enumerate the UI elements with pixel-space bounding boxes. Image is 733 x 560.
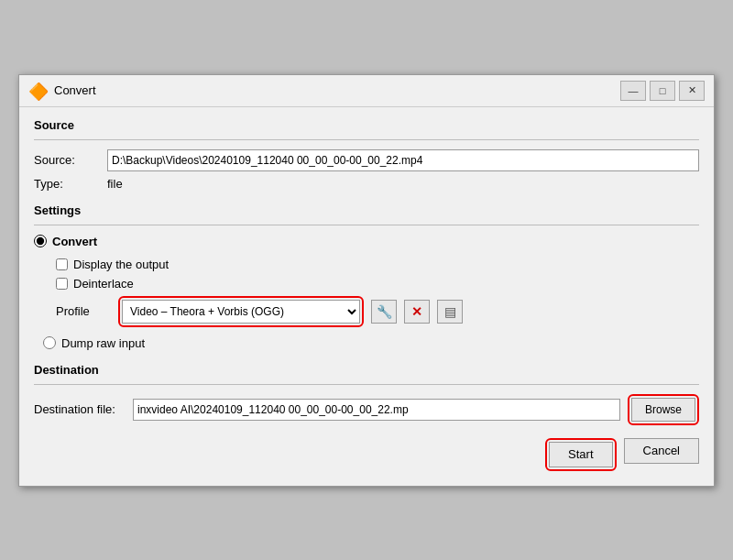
dump-raw-radio[interactable] bbox=[43, 336, 56, 349]
display-output-row: Display the output bbox=[56, 258, 699, 271]
close-button[interactable]: ✕ bbox=[679, 81, 705, 101]
dest-file-label: Destination file: bbox=[34, 402, 126, 416]
destination-file-row: Destination file: Browse bbox=[34, 394, 699, 425]
type-label: Type: bbox=[34, 177, 107, 191]
profile-select[interactable]: Video – Theora + Vorbis (OGG) Video – H.… bbox=[122, 300, 360, 324]
action-buttons-row: Start Cancel bbox=[34, 438, 699, 471]
browse-btn-wrapper: Browse bbox=[628, 394, 699, 425]
profile-select-wrapper: Video – Theora + Vorbis (OGG) Video – H.… bbox=[118, 296, 364, 327]
window-content: Source Source: Type: file Settings Conve… bbox=[19, 107, 714, 486]
source-row: Source: bbox=[34, 149, 699, 171]
deinterlace-label: Deinterlace bbox=[73, 277, 134, 291]
source-label: Source: bbox=[34, 153, 107, 167]
convert-radio-row: Convert bbox=[34, 235, 699, 248]
convert-radio[interactable] bbox=[34, 235, 47, 247]
profile-label: Profile bbox=[56, 304, 111, 318]
cancel-button[interactable]: Cancel bbox=[624, 438, 699, 464]
maximize-button[interactable]: □ bbox=[650, 81, 675, 101]
title-bar: 🔶 Convert — □ ✕ bbox=[19, 75, 714, 107]
dest-file-input[interactable] bbox=[133, 399, 620, 421]
display-output-checkbox[interactable] bbox=[56, 258, 68, 270]
deinterlace-row: Deinterlace bbox=[56, 277, 699, 291]
profile-row: Profile Video – Theora + Vorbis (OGG) Vi… bbox=[56, 296, 699, 327]
start-btn-wrapper: Start bbox=[545, 438, 616, 471]
title-bar-controls: — □ ✕ bbox=[620, 81, 705, 101]
dump-raw-label: Dump raw input bbox=[61, 336, 145, 350]
source-section-title: Source bbox=[34, 118, 699, 132]
convert-radio-label: Convert bbox=[52, 235, 97, 248]
profile-settings-button[interactable]: 🔧 bbox=[371, 300, 397, 324]
settings-section: Settings Convert Display the output Dein… bbox=[34, 203, 699, 350]
profile-new-button[interactable]: ▤ bbox=[437, 300, 463, 324]
display-output-label: Display the output bbox=[73, 258, 169, 271]
vlc-icon: 🔶 bbox=[28, 82, 47, 100]
browse-button[interactable]: Browse bbox=[631, 398, 695, 422]
type-row: Type: file bbox=[34, 177, 699, 191]
destination-section: Destination Destination file: Browse bbox=[34, 363, 699, 425]
convert-window: 🔶 Convert — □ ✕ Source Source: Type: fil… bbox=[18, 74, 715, 487]
source-divider bbox=[34, 139, 699, 140]
source-section: Source Source: Type: file bbox=[34, 118, 699, 191]
destination-divider bbox=[34, 384, 699, 385]
dump-raw-row: Dump raw input bbox=[43, 336, 699, 350]
profile-delete-button[interactable]: ✕ bbox=[404, 300, 430, 324]
settings-divider bbox=[34, 225, 699, 225]
source-input[interactable] bbox=[107, 149, 699, 171]
settings-section-title: Settings bbox=[34, 203, 699, 217]
minimize-button[interactable]: — bbox=[620, 81, 646, 101]
start-button[interactable]: Start bbox=[549, 442, 612, 467]
type-value: file bbox=[107, 177, 123, 191]
destination-section-title: Destination bbox=[34, 363, 699, 377]
title-bar-left: 🔶 Convert bbox=[28, 82, 96, 100]
window-title: Convert bbox=[54, 83, 96, 97]
deinterlace-checkbox[interactable] bbox=[56, 278, 68, 290]
